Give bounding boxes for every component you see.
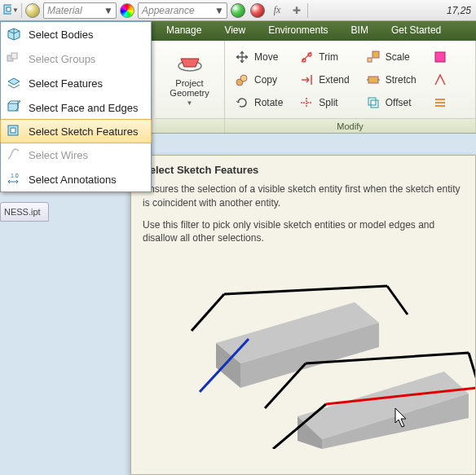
move-icon [235, 50, 249, 64]
copy-button[interactable]: Copy [231, 69, 286, 90]
rotate-icon [235, 95, 249, 110]
material-globe-button[interactable] [24, 2, 42, 20]
tab-get-started[interactable]: Get Started [380, 21, 452, 41]
tooltip-title: Select Sketch Features [143, 164, 464, 176]
svg-rect-7 [368, 98, 376, 105]
svg-rect-6 [368, 77, 378, 83]
face-edges-icon [6, 99, 22, 116]
trim-icon [299, 50, 314, 64]
tooltip-paragraph-2: Use this filter to pick only visible ske… [143, 218, 464, 246]
svg-rect-4 [372, 51, 379, 58]
globe-icon [25, 3, 40, 18]
modify-panel-label: Modify [225, 118, 475, 133]
select-filter-menu: Select Bodies Select Groups Select Featu… [0, 21, 152, 192]
scale-button[interactable]: Scale [363, 46, 420, 68]
select-filter-dropdown-button[interactable]: ▼ [2, 2, 20, 20]
plus-button[interactable]: ✚ [288, 2, 306, 20]
red-ball-button[interactable] [249, 2, 267, 20]
time-display: 17,25 [447, 5, 474, 16]
project-geometry-label: Project Geometry [170, 78, 209, 98]
material-combo[interactable]: Material ▼ [43, 2, 117, 19]
appearance-ball-button[interactable] [118, 2, 136, 20]
groups-icon [6, 51, 22, 67]
offset-icon [366, 95, 381, 110]
menu-select-wires[interactable]: Select Wires [1, 143, 151, 167]
tooltip-illustration [143, 262, 476, 449]
svg-text:1.0: 1.0 [11, 173, 19, 178]
menu-select-bodies[interactable]: Select Bodies [1, 22, 151, 46]
tab-view[interactable]: View [213, 21, 257, 41]
appearance-combo-text: Appearance [142, 5, 195, 16]
svg-point-3 [240, 75, 247, 81]
offset-button[interactable]: Offset [363, 92, 420, 113]
red-ball-icon [250, 3, 265, 18]
stretch-button[interactable]: Stretch [363, 69, 420, 90]
menu-select-annotations[interactable]: 1.0 Select Annotations [1, 167, 151, 191]
annotations-icon: 1.0 [6, 171, 22, 187]
rotate-button[interactable]: Rotate [231, 92, 286, 113]
sketch-features-icon [6, 123, 22, 139]
svg-rect-11 [11, 53, 17, 59]
move-button[interactable]: Move [231, 46, 286, 68]
panel-label-draw [155, 118, 224, 133]
svg-line-27 [469, 353, 476, 380]
chevron-down-icon: ▼ [214, 5, 225, 16]
green-ball-button[interactable] [229, 2, 247, 20]
tab-bim[interactable]: BIM [340, 21, 380, 41]
project-geometry-button[interactable]: Project Geometry ▼ [161, 51, 218, 108]
rainbow-icon [120, 3, 134, 18]
tooltip-panel: Select Sketch Features Ensures the selec… [130, 155, 476, 475]
stretch-icon [366, 73, 381, 87]
tab-manage[interactable]: Manage [155, 21, 213, 41]
extra-cmd-1[interactable] [430, 46, 451, 68]
cmd-icon-1 [433, 50, 447, 64]
select-filter-icon [2, 3, 11, 18]
material-combo-text: Material [47, 5, 82, 16]
split-button[interactable]: Split [296, 92, 352, 113]
menu-select-sketch-features[interactable]: Select Sketch Features [0, 119, 152, 143]
menu-select-groups[interactable]: Select Groups [1, 46, 151, 71]
fx-button[interactable]: fx [268, 2, 286, 20]
cmd-icon-3 [433, 95, 447, 110]
cmd-icon-2 [433, 73, 447, 87]
bodies-icon [6, 26, 22, 42]
document-tab[interactable]: NESS.ipt [0, 202, 49, 222]
copy-icon [235, 73, 249, 87]
svg-rect-8 [371, 100, 378, 108]
scale-icon [366, 50, 381, 64]
green-ball-icon [231, 3, 245, 18]
features-icon [6, 75, 22, 91]
trim-button[interactable]: Trim [296, 46, 352, 68]
menu-select-face-edges[interactable]: Select Face and Edges [1, 95, 151, 120]
extra-cmd-2[interactable] [430, 69, 451, 90]
appearance-combo[interactable]: Appearance ▼ [138, 2, 227, 19]
chevron-down-icon: ▼ [103, 5, 114, 16]
svg-line-19 [224, 286, 387, 294]
menu-select-features[interactable]: Select Features [1, 71, 151, 95]
extend-icon [299, 73, 314, 87]
quick-access-toolbar: ▼ Material ▼ Appearance ▼ fx ✚ 17,25 [0, 0, 476, 21]
svg-line-18 [192, 294, 224, 331]
plus-icon: ✚ [293, 5, 301, 16]
caret-down-icon: ▼ [187, 100, 193, 108]
svg-rect-5 [368, 58, 372, 62]
tab-environments[interactable]: Environments [257, 21, 339, 41]
modify-panel: Move Copy Rotate Trim Extend [225, 41, 476, 133]
extra-cmd-3[interactable] [430, 92, 451, 113]
wires-icon [6, 147, 22, 163]
svg-line-20 [387, 286, 408, 314]
project-geometry-icon [176, 51, 204, 76]
split-icon [299, 95, 314, 110]
project-geometry-panel: Project Geometry ▼ [155, 41, 225, 133]
tooltip-paragraph-1: Ensures the selection of a visible sketc… [143, 183, 464, 210]
svg-rect-9 [435, 52, 445, 62]
extend-button[interactable]: Extend [296, 69, 352, 90]
